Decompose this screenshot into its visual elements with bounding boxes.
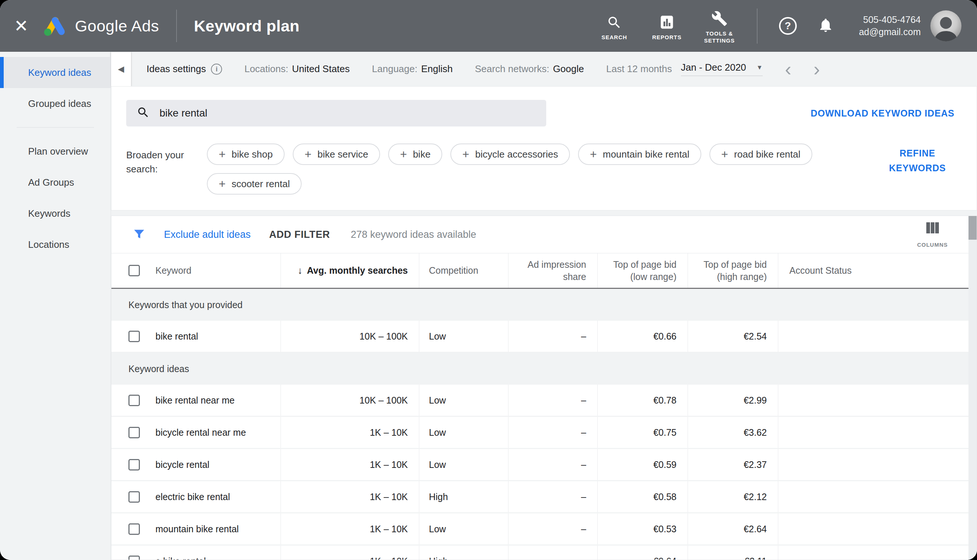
header-top-of-page-bid-high[interactable]: Top of page bid (high range)	[688, 253, 778, 288]
close-icon[interactable]: ✕	[14, 17, 28, 34]
avg-monthly-searches-cell: 10K – 100K	[281, 321, 419, 352]
sidebar-item-grouped-ideas[interactable]: Grouped ideas	[0, 88, 111, 119]
tools-settings-nav-button[interactable]: TOOLS & SETTINGS	[703, 7, 736, 44]
keyword-cell: e bike rental	[155, 556, 206, 560]
chip-bike[interactable]: +bike	[388, 143, 442, 165]
bid-low-cell: €0.58	[598, 481, 688, 512]
keyword-search-box[interactable]	[126, 100, 546, 127]
chip-label: road bike rental	[734, 149, 800, 160]
tools-settings-nav-label: TOOLS & SETTINGS	[703, 30, 736, 44]
reports-icon	[659, 11, 675, 30]
select-all-checkbox[interactable]	[129, 265, 140, 276]
table-row: e bike rental 1K – 10K High – €0.64 €2.1…	[111, 545, 977, 560]
avatar[interactable]	[930, 10, 962, 42]
chip-label: bike service	[317, 149, 368, 160]
ad-impression-share-cell: –	[508, 481, 598, 512]
chip-scooter-rental[interactable]: +scooter rental	[207, 173, 302, 195]
row-checkbox[interactable]	[129, 491, 140, 503]
account-status-cell	[778, 321, 977, 352]
competition-cell: Low	[419, 321, 508, 352]
download-keyword-ideas-link[interactable]: DOWNLOAD KEYWORD IDEAS	[811, 108, 954, 119]
chip-label: bike shop	[232, 149, 273, 160]
ideas-settings-bar: ◀ Ideas settings i Locations: United Sta…	[111, 52, 977, 86]
account-info: 505-405-4764 ad@gmail.com	[859, 14, 921, 38]
vertical-scrollbar[interactable]	[969, 216, 977, 560]
chip-bicycle-accessories[interactable]: +bicycle accessories	[450, 143, 570, 165]
account-status-cell	[778, 385, 977, 416]
ad-impression-share-cell: –	[508, 545, 598, 560]
language-setting[interactable]: Language: English	[372, 63, 453, 75]
sidebar-item-locations[interactable]: Locations	[0, 229, 111, 260]
reports-nav-button[interactable]: REPORTS	[650, 11, 683, 41]
table-row: electric bike rental 1K – 10K High – €0.…	[111, 481, 977, 513]
previous-period-button[interactable]: ‹	[785, 60, 791, 79]
avg-monthly-searches-cell: 1K – 10K	[281, 449, 419, 480]
competition-cell: High	[419, 545, 508, 560]
search-icon	[137, 106, 150, 121]
exclude-adult-ideas-link[interactable]: Exclude adult ideas	[164, 229, 251, 240]
chip-bike-shop[interactable]: +bike shop	[207, 143, 285, 165]
header-avg-monthly-searches[interactable]: ↓ Avg. monthly searches	[281, 253, 419, 288]
table-row: bicycle rental 1K – 10K Low – €0.59 €2.3…	[111, 449, 977, 481]
columns-button[interactable]: COLUMNS	[917, 222, 948, 248]
row-checkbox[interactable]	[129, 395, 140, 406]
broaden-search-section: Broaden your search: +bike shop +bike se…	[126, 143, 954, 195]
plus-icon: +	[721, 148, 728, 161]
row-checkbox[interactable]	[129, 427, 140, 438]
table-row: bike rental near me 10K – 100K Low – €0.…	[111, 385, 977, 417]
search-networks-label: Search networks:	[475, 63, 549, 75]
chip-label: bike	[413, 149, 431, 160]
table-header-row: Keyword ↓ Avg. monthly searches Competit…	[111, 253, 977, 289]
date-range-select[interactable]: Jan - Dec 2020 ▼	[681, 62, 763, 76]
app-bar: ✕ Google Ads Keyword plan SEARCH REPORTS	[0, 0, 977, 52]
date-range-label: Last 12 months	[606, 63, 672, 75]
chevron-left-icon: ◀	[118, 64, 124, 74]
date-range-group: Last 12 months Jan - Dec 2020 ▼	[606, 62, 763, 76]
header-keyword[interactable]: Keyword	[111, 253, 281, 288]
row-checkbox[interactable]	[129, 459, 140, 470]
bid-low-cell: €0.75	[598, 417, 688, 448]
collapse-panel-button[interactable]: ◀	[111, 52, 131, 86]
notifications-button[interactable]	[817, 17, 834, 35]
keyword-search-input[interactable]	[159, 107, 536, 120]
section-keywords-you-provided: Keywords that you provided	[111, 289, 977, 321]
table-row: bike rental 10K – 100K Low – €0.66 €2.54	[111, 321, 977, 353]
bid-low-cell: €0.64	[598, 545, 688, 560]
sidebar-item-plan-overview[interactable]: Plan overview	[0, 136, 111, 167]
search-networks-setting[interactable]: Search networks: Google	[475, 63, 584, 75]
refine-keywords-link[interactable]: REFINE KEYWORDS	[880, 143, 954, 195]
sidebar-item-keywords[interactable]: Keywords	[0, 198, 111, 229]
search-nav-label: SEARCH	[601, 34, 627, 41]
bid-low-cell: €0.78	[598, 385, 688, 416]
header-competition[interactable]: Competition	[419, 253, 508, 288]
sidebar-item-keyword-ideas[interactable]: Keyword ideas	[0, 57, 111, 88]
header-top-of-page-bid-low[interactable]: Top of page bid (low range)	[598, 253, 688, 288]
plus-icon: +	[590, 148, 597, 161]
row-checkbox[interactable]	[129, 555, 140, 560]
help-button[interactable]: ?	[779, 17, 797, 35]
scrollbar-thumb[interactable]	[969, 216, 977, 240]
header-ad-impression-share[interactable]: Ad impression share	[508, 253, 598, 288]
header-account-status[interactable]: Account Status	[778, 253, 977, 288]
chip-bike-service[interactable]: +bike service	[293, 143, 380, 165]
sidebar-item-ad-groups[interactable]: Ad Groups	[0, 167, 111, 198]
search-nav-button[interactable]: SEARCH	[598, 11, 631, 41]
locations-setting[interactable]: Locations: United States	[244, 63, 350, 75]
chip-road-bike-rental[interactable]: +road bike rental	[710, 143, 812, 165]
add-filter-button[interactable]: ADD FILTER	[269, 229, 330, 240]
next-period-button[interactable]: ›	[813, 60, 820, 79]
account-status-cell	[778, 545, 977, 560]
keyword-cell: mountain bike rental	[155, 524, 239, 535]
header-avg-label: Avg. monthly searches	[307, 265, 408, 276]
chip-mountain-bike-rental[interactable]: +mountain bike rental	[578, 143, 701, 165]
keyword-cell: bike rental near me	[155, 395, 235, 406]
ideas-settings-control[interactable]: Ideas settings i	[147, 63, 222, 75]
columns-icon	[925, 222, 940, 237]
keyword-cell: bicycle rental	[155, 459, 209, 470]
row-checkbox[interactable]	[129, 331, 140, 342]
appbar-divider	[757, 8, 758, 43]
search-icon	[606, 11, 622, 30]
results-card: Exclude adult ideas ADD FILTER 278 keywo…	[111, 216, 977, 560]
competition-cell: Low	[419, 513, 508, 545]
row-checkbox[interactable]	[129, 523, 140, 535]
